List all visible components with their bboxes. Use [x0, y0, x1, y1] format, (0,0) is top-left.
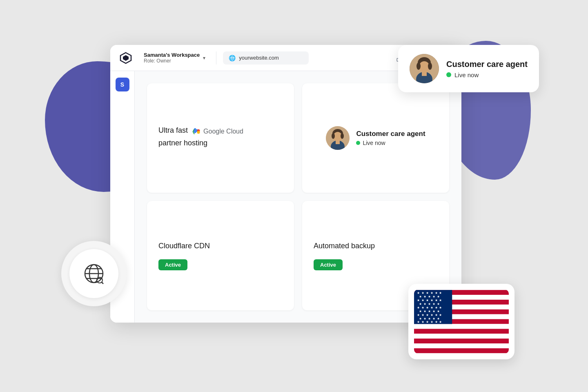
svg-text:★: ★ [432, 302, 435, 306]
customer-care-card: Customer care agent Live now [398, 45, 539, 92]
workspace-name: Samanta's Workspace [144, 52, 200, 58]
workspace-text: Samanta's Workspace Role: Owner [144, 52, 200, 64]
care-status-dot [356, 141, 360, 145]
svg-text:★: ★ [423, 310, 426, 313]
svg-text:★: ★ [437, 310, 440, 313]
svg-text:★: ★ [417, 291, 420, 295]
svg-text:★: ★ [421, 306, 424, 310]
scene: Customer care agent Live now [69, 29, 519, 363]
svg-text:★: ★ [423, 302, 426, 306]
svg-rect-24 [414, 339, 509, 343]
svg-text:★: ★ [435, 320, 438, 324]
agent-avatar [410, 54, 439, 83]
svg-rect-23 [414, 334, 509, 339]
svg-marker-79 [123, 55, 129, 61]
svg-text:★: ★ [426, 320, 429, 324]
svg-text:★: ★ [428, 295, 431, 298]
svg-text:★: ★ [419, 302, 422, 306]
svg-text:★: ★ [439, 306, 442, 310]
svg-point-88 [197, 131, 200, 134]
care-agent-avatar-svg [326, 126, 350, 150]
svg-text:★: ★ [419, 295, 422, 298]
svg-text:★: ★ [426, 313, 429, 317]
svg-text:★: ★ [421, 291, 424, 295]
svg-text:★: ★ [428, 317, 431, 321]
workspace-role: Role: Owner [144, 58, 200, 64]
url-text: yourwebsite.com [239, 55, 279, 61]
svg-text:★: ★ [437, 295, 440, 298]
globe-small-icon: 🌐 [229, 55, 236, 61]
agent-status: Live now [446, 71, 528, 78]
svg-rect-21 [414, 324, 509, 329]
svg-text:★: ★ [437, 302, 440, 306]
svg-rect-22 [414, 329, 509, 334]
svg-text:★: ★ [417, 320, 420, 324]
agent-status-text: Live now [454, 71, 479, 78]
svg-text:★: ★ [428, 302, 431, 306]
svg-text:★: ★ [430, 291, 433, 295]
backup-active-badge: Active [314, 259, 343, 270]
svg-line-6 [102, 282, 103, 284]
browser-body: S Ultra fast [110, 71, 461, 323]
us-flag-svg: ★★★★★★ ★★★★★ ★★★★★★ ★★★★★ ★★★★★★ ★★★★★ ★… [414, 290, 509, 354]
svg-text:★: ★ [423, 317, 426, 321]
svg-rect-13 [422, 71, 427, 76]
svg-text:★: ★ [439, 313, 442, 317]
care-status-row: Live now [356, 140, 425, 146]
svg-text:★: ★ [435, 306, 438, 310]
globe-circle-decoration [61, 241, 127, 306]
globe-inner [69, 249, 118, 298]
svg-text:★: ★ [432, 317, 435, 321]
workspace-selector[interactable]: Samanta's Workspace Role: Owner ▾ [140, 49, 209, 66]
svg-text:★: ★ [421, 313, 424, 317]
care-agent-text: Customer care agent Live now [356, 130, 425, 146]
agent-info: Customer care agent Live now [446, 59, 528, 78]
google-cloud-card: Ultra fast Google Cloud part [147, 83, 294, 193]
url-bar[interactable]: 🌐 yourwebsite.com [223, 51, 309, 65]
svg-text:★: ★ [437, 317, 440, 321]
svg-text:★: ★ [432, 295, 435, 298]
google-cloud-text: Google Cloud [203, 128, 243, 135]
globe-icon [81, 261, 107, 287]
svg-point-92 [332, 133, 335, 139]
kinsta-logo-icon [120, 52, 132, 64]
google-cloud-logo: Google Cloud [190, 126, 243, 137]
cloudflare-title: Cloudflare CDN [158, 241, 283, 251]
cloudflare-card: Cloudflare CDN Active [147, 201, 294, 310]
svg-text:★: ★ [426, 306, 429, 310]
svg-text:★: ★ [426, 291, 429, 295]
svg-text:★: ★ [419, 310, 422, 313]
us-flag-card: ★★★★★★ ★★★★★ ★★★★★★ ★★★★★ ★★★★★★ ★★★★★ ★… [408, 284, 514, 359]
care-status-label: Live now [363, 140, 385, 146]
svg-text:★: ★ [430, 298, 433, 302]
chevron-down-icon: ▾ [203, 55, 205, 61]
partner-hosting-text: partner hosting [158, 138, 283, 148]
sidebar-avatar[interactable]: S [116, 78, 129, 91]
svg-text:★: ★ [417, 313, 420, 317]
svg-text:★: ★ [423, 295, 426, 298]
ultra-fast-text: Ultra fast [158, 125, 188, 136]
svg-text:★: ★ [428, 310, 431, 313]
customer-care-avatar [326, 126, 350, 150]
svg-point-11 [428, 62, 432, 70]
svg-point-10 [416, 62, 421, 70]
svg-text:★: ★ [421, 320, 424, 324]
care-agent-title: Customer care agent [356, 130, 425, 138]
app-logo [118, 51, 133, 65]
customer-care-browser-card: Customer care agent Live now [302, 83, 449, 193]
google-cloud-icon [190, 126, 202, 137]
cloudflare-active-badge: Active [158, 259, 187, 270]
svg-point-9 [419, 61, 430, 73]
svg-text:★: ★ [430, 313, 433, 317]
svg-text:★: ★ [430, 306, 433, 310]
status-dot-green [446, 72, 451, 77]
svg-text:★: ★ [426, 298, 429, 302]
agent-name: Customer care agent [446, 59, 528, 69]
svg-point-93 [341, 133, 344, 139]
nav-divider [216, 51, 216, 65]
svg-text:★: ★ [421, 298, 424, 302]
svg-text:★: ★ [435, 291, 438, 295]
svg-text:★: ★ [419, 317, 422, 321]
svg-text:★: ★ [417, 306, 420, 310]
agent-avatar-image [410, 54, 439, 83]
